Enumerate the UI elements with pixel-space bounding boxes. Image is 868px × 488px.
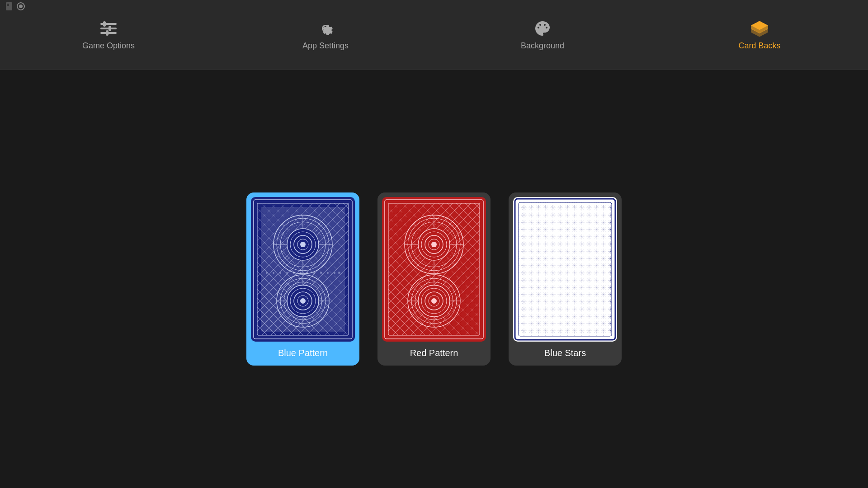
- svg-point-58: [293, 272, 295, 274]
- svg-rect-16: [106, 30, 108, 36]
- gear-icon: [316, 19, 335, 38]
- svg-point-59: [300, 272, 302, 274]
- svg-rect-110: [7, 4, 9, 6]
- camera-icon: [16, 2, 25, 11]
- red-pattern-card-image: [382, 197, 486, 342]
- red-pattern-label: Red Pattern: [382, 342, 486, 366]
- app-settings-label: App Settings: [302, 41, 349, 51]
- card-blue-pattern[interactable]: Blue Pattern: [246, 192, 359, 366]
- game-options-label: Game Options: [82, 41, 135, 51]
- left-status: [5, 2, 25, 11]
- nav-game-options[interactable]: Game Options: [0, 15, 217, 55]
- svg-point-49: [300, 298, 306, 304]
- top-nav: Game Options App Settings Background: [0, 0, 658, 70]
- nav-background[interactable]: Background: [434, 15, 651, 55]
- blue-pattern-card-image: [251, 197, 355, 342]
- svg-rect-14: [103, 21, 106, 27]
- svg-rect-108: [523, 207, 607, 332]
- svg-point-112: [19, 5, 23, 8]
- svg-point-62: [320, 272, 322, 274]
- blue-stars-card-image: [513, 197, 617, 342]
- card-blue-stars[interactable]: Blue Stars: [509, 192, 622, 366]
- svg-point-65: [338, 272, 340, 274]
- card-red-pattern[interactable]: Red Pattern: [377, 192, 491, 366]
- svg-point-55: [273, 272, 274, 274]
- svg-point-78: [431, 242, 437, 247]
- nav-card-backs[interactable]: Card Backs: [651, 15, 658, 55]
- palette-icon: [533, 19, 552, 38]
- blue-stars-label: Blue Stars: [513, 342, 617, 366]
- svg-rect-15: [108, 26, 111, 31]
- svg-rect-109: [6, 2, 12, 10]
- sliders-icon: [99, 19, 118, 38]
- background-label: Background: [521, 41, 564, 51]
- svg-point-33: [300, 242, 306, 247]
- svg-point-61: [313, 272, 315, 274]
- svg-point-57: [286, 272, 288, 274]
- svg-point-56: [279, 272, 281, 274]
- main-content: Blue Pattern: [0, 70, 658, 369]
- svg-point-94: [431, 298, 437, 304]
- sim-card-icon: [5, 2, 14, 11]
- nav-app-settings[interactable]: App Settings: [217, 15, 434, 55]
- svg-point-63: [327, 272, 329, 274]
- svg-rect-11: [100, 23, 117, 25]
- svg-point-60: [307, 272, 308, 274]
- svg-point-64: [334, 272, 335, 274]
- svg-point-54: [266, 272, 268, 274]
- blue-pattern-label: Blue Pattern: [251, 342, 355, 366]
